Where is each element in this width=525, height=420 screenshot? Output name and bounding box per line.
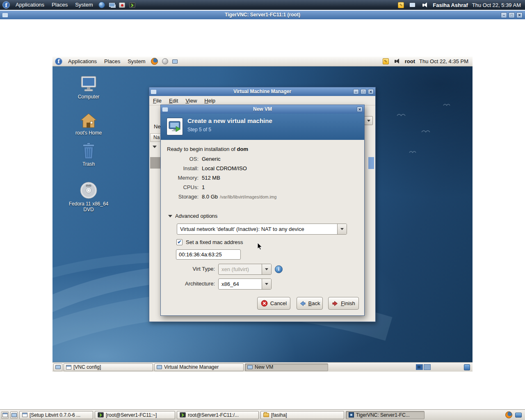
vnc-icon <box>349 412 354 418</box>
guest-screen: f Applications Places System ✎ root Thu … <box>52 57 472 372</box>
virt-type-select[interactable]: xen (fullvirt) <box>218 264 272 275</box>
screenshot-tool-icon[interactable] <box>119 2 125 8</box>
host-taskbar-item-setup-libvirt[interactable]: [Setup Libvirt 0.7.0-6 ... <box>19 411 93 419</box>
taskbar-item-vnc-config[interactable]: [VNC config] <box>64 363 153 371</box>
mac-address-input[interactable] <box>176 249 241 260</box>
taskbar-item-vmm[interactable]: Virtual Machine Manager <box>154 363 244 371</box>
desktop-icon-label: root's Home <box>75 130 102 136</box>
info-icon[interactable]: i <box>275 265 283 273</box>
host-top-panel: f Applications Places System ✎ Fasiha As… <box>0 0 525 10</box>
guest-user-name[interactable]: root <box>405 58 415 64</box>
guest-selinux-alert-icon[interactable]: ✎ <box>383 58 389 64</box>
firefox-icon[interactable] <box>151 58 158 65</box>
vmm-close-button[interactable]: ✕ <box>368 89 374 94</box>
vmm-menu-help[interactable]: Help <box>201 96 219 105</box>
remote-desktop-icon[interactable] <box>109 3 115 7</box>
advanced-options-expander[interactable]: Advanced options <box>168 213 217 219</box>
finish-button[interactable]: Finish <box>328 297 359 310</box>
vmm-selected-row-highlight-fragment <box>368 157 374 169</box>
new-vm-titlebar[interactable]: New VM ✕ <box>161 105 364 114</box>
workspace-2[interactable] <box>424 364 431 370</box>
wizard-header-iconbox <box>167 118 183 135</box>
guest-taskbar: [VNC config] Virtual Machine Manager New… <box>52 362 472 372</box>
desktop-icon-fedora-dvd[interactable]: DVD Fedora 11 x86_64 DVD <box>66 181 111 212</box>
vmm-titlebar[interactable]: Virtual Machine Manager – □ ✕ <box>149 87 375 96</box>
cancel-icon <box>261 300 268 307</box>
new-vm-dialog: New VM ✕ Create a new virtual machine <box>160 105 365 316</box>
software-update-icon[interactable] <box>162 58 168 64</box>
monitor-icon <box>247 365 253 369</box>
vmm-minimize-button[interactable]: – <box>353 89 359 94</box>
firefox-tray-icon[interactable] <box>505 411 512 418</box>
host-user-name[interactable]: Fasiha Ashraf <box>433 2 468 8</box>
guest-menu-applications[interactable]: Applications <box>65 57 100 66</box>
host-taskbar-item-fasiha[interactable]: [fasiha] <box>260 411 344 419</box>
svg-text:DVD: DVD <box>86 184 91 187</box>
desktop-icon-label: Trash <box>82 161 95 167</box>
guest-clock[interactable]: Thu Oct 22, 4:35 PM <box>419 58 468 64</box>
finish-label: Finish <box>341 300 355 306</box>
vnc-close-button[interactable]: ✕ <box>516 12 523 18</box>
host-taskbar-item-terminal-2[interactable]: root@Server1-FC11:/... <box>177 411 259 419</box>
new-vm-close-button[interactable]: ✕ <box>357 107 363 112</box>
home-icon <box>80 112 98 129</box>
host-menu-places[interactable]: Places <box>48 0 71 10</box>
volume-icon[interactable] <box>422 4 427 7</box>
guest-volume-icon[interactable] <box>395 60 399 63</box>
host-taskbar: [Setup Libvirt 0.7.0-6 ... [root@Server1… <box>0 409 525 420</box>
window-icon <box>22 413 27 417</box>
network-select-dropdown-button[interactable] <box>337 224 347 234</box>
show-desktop-button[interactable] <box>53 363 62 371</box>
fixed-mac-checkbox[interactable]: ✔ <box>176 239 183 245</box>
vmm-row-expander-icon[interactable] <box>153 148 157 154</box>
chevron-down-icon <box>340 228 344 230</box>
trash-applet-icon[interactable] <box>464 364 470 370</box>
selinux-alert-icon[interactable]: ✎ <box>398 2 404 8</box>
wizard-title: Create a new virtual machine <box>187 117 272 124</box>
install-summary: OS: Generic Install: Local CDROM/ISO Mem… <box>167 154 276 201</box>
guest-menu-system[interactable]: System <box>124 57 148 66</box>
display-tray-icon[interactable] <box>515 413 522 418</box>
new-vm-window-title: New VM <box>161 105 364 114</box>
vnc-minimize-button[interactable]: – <box>501 12 507 18</box>
host-show-desktop-button[interactable] <box>1 411 9 419</box>
host-clock[interactable]: Thu Oct 22, 5:39 AM <box>472 2 521 8</box>
vmm-menu-view[interactable]: View <box>182 96 201 105</box>
host-menu-system[interactable]: System <box>72 0 96 10</box>
network-select[interactable]: Virtual network 'default' (Inactive): NA… <box>177 224 347 235</box>
vmm-menubar: File Edit View Help <box>149 96 375 105</box>
taskbar-item-new-vm[interactable]: New VM <box>245 363 328 371</box>
chevron-down-icon <box>265 283 268 285</box>
host-taskbar-item-tigervnc[interactable]: TigerVNC: Server1-FC... <box>346 411 425 419</box>
virt-type-dropdown-button[interactable] <box>262 264 271 274</box>
terminal-icon[interactable] <box>129 2 135 8</box>
architecture-select[interactable]: x86_64 <box>218 278 272 290</box>
storage-path: /var/lib/libvirt/images/dom.img <box>220 194 276 199</box>
host-window-list-icon[interactable] <box>10 411 18 419</box>
host-taskbar-item-terminal-1[interactable]: [root@Server1-FC11:~] <box>95 411 175 419</box>
back-button[interactable]: Back <box>297 297 323 310</box>
workspace-1[interactable] <box>416 364 423 370</box>
vmm-menu-edit[interactable]: Edit <box>165 96 182 105</box>
display-settings-icon[interactable] <box>410 3 415 7</box>
desktop-icon-home[interactable]: root's Home <box>66 112 111 136</box>
vmm-selected-row-fragment[interactable] <box>150 157 162 169</box>
fedora-logo-icon[interactable]: f <box>2 1 10 9</box>
guest-display-icon[interactable] <box>172 59 178 64</box>
desktop-icon-computer[interactable]: Computer <box>66 75 111 100</box>
cancel-button[interactable]: Cancel <box>257 297 290 310</box>
guest-fedora-logo-icon[interactable]: f <box>55 58 62 65</box>
vmm-view-dropdown-fragment[interactable] <box>364 116 373 125</box>
vmm-maximize-button[interactable]: □ <box>361 89 366 94</box>
guest-menu-places[interactable]: Places <box>101 57 123 66</box>
browser-icon[interactable] <box>98 2 105 8</box>
vmm-menu-file[interactable]: File <box>149 96 165 105</box>
architecture-dropdown-button[interactable] <box>262 279 271 289</box>
vnc-window-titlebar[interactable]: TigerVNC: Server1-FC11:1 (root) – □ ✕ <box>0 11 525 19</box>
vnc-maximize-button[interactable]: □ <box>509 12 515 18</box>
fixed-mac-label: Set a fixed mac address <box>186 239 243 245</box>
host-menu-applications[interactable]: Applications <box>12 0 48 10</box>
window-icon <box>66 365 71 370</box>
dvd-disc-icon: DVD <box>79 181 98 200</box>
desktop-icon-trash[interactable]: Trash <box>66 142 111 167</box>
